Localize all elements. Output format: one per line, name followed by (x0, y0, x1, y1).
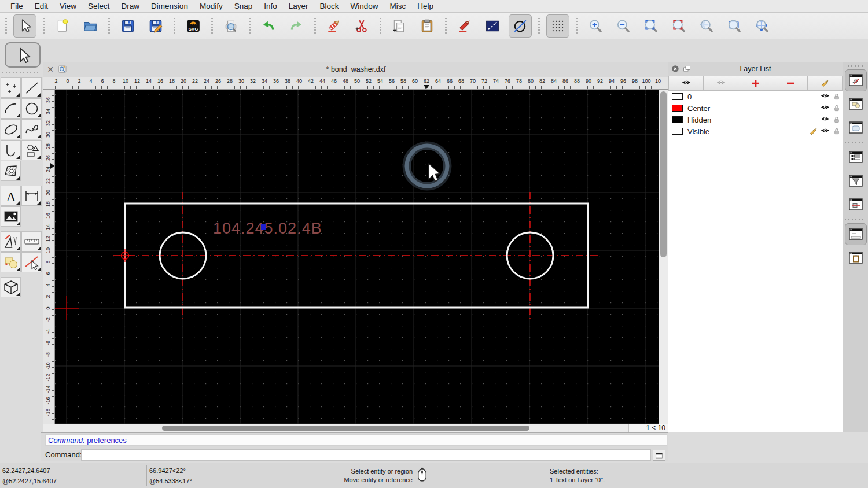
menu-dimension[interactable]: Dimension (145, 0, 194, 13)
menu-window[interactable]: Window (345, 0, 384, 13)
box3d-tool-button[interactable] (1, 277, 21, 297)
text-tool-button[interactable]: A (1, 186, 21, 206)
remove-layer-button[interactable] (773, 76, 808, 91)
hatch-tool-button[interactable] (1, 161, 21, 181)
modify-tool-button[interactable] (1, 231, 21, 252)
layer-list-dock-button[interactable] (845, 69, 867, 91)
clipboard-dock-button[interactable] (845, 247, 867, 269)
spline-tool-button[interactable] (21, 119, 42, 139)
layer-lock-icon[interactable] (831, 127, 843, 136)
menu-view[interactable]: View (54, 0, 82, 13)
menu-draw[interactable]: Draw (116, 0, 146, 13)
snap-indicator (119, 249, 131, 262)
dock-drag-handle[interactable] (848, 65, 863, 67)
grid-button[interactable] (546, 14, 569, 38)
open-button[interactable] (79, 14, 102, 38)
undo-button[interactable] (257, 14, 280, 38)
save-button[interactable] (116, 14, 139, 38)
explode-tool-button[interactable] (21, 252, 42, 272)
edit-layer-button[interactable] (808, 76, 843, 91)
vruler-label: 2 (45, 291, 52, 302)
selected-text[interactable]: 104.245.02.4B (213, 220, 322, 237)
library-browser-dock-button[interactable] (845, 117, 867, 139)
cad-canvas[interactable]: 104.245.02.4B (55, 90, 659, 424)
arc-tool-button[interactable] (1, 98, 21, 119)
print-preview-button[interactable] (219, 14, 242, 38)
block-list-dock-button[interactable] (845, 93, 867, 115)
layer-visibility-icon[interactable] (819, 126, 831, 136)
svg-export-button[interactable]: SVG (182, 14, 205, 38)
layer-row-hidden[interactable]: Hidden (668, 114, 843, 125)
new-button[interactable] (51, 14, 74, 38)
redo-button[interactable] (285, 14, 308, 38)
zoom-previous-button[interactable] (695, 14, 718, 38)
paste-icon (420, 19, 435, 34)
paste-button[interactable] (415, 14, 439, 38)
layer-row-center[interactable]: Center (668, 102, 843, 114)
construction-button[interactable] (509, 14, 532, 38)
select-button[interactable] (13, 14, 36, 38)
vruler-label: 16 (45, 210, 52, 221)
copy-button[interactable] (388, 14, 411, 38)
polygon-tool-button[interactable] (21, 140, 42, 160)
menu-info[interactable]: Info (258, 0, 283, 13)
origin-cross (55, 296, 79, 320)
zoom-window-button[interactable] (667, 14, 690, 38)
pen-palette-dock-button[interactable] (845, 194, 867, 216)
pen-button[interactable] (453, 14, 476, 38)
hide-all-layers-button[interactable] (704, 76, 738, 91)
zoom-out-button[interactable] (612, 14, 635, 38)
points-tool-button[interactable] (1, 77, 21, 98)
zoom-in-button[interactable] (584, 14, 607, 38)
layer-lock-icon[interactable] (831, 103, 843, 113)
layer-lock-icon[interactable] (831, 92, 843, 101)
print-preview-icon (223, 19, 238, 34)
dimension-tool-button[interactable] (21, 186, 42, 206)
command-line-dock-button[interactable] (845, 223, 867, 245)
layer-visibility-icon[interactable] (819, 103, 831, 113)
zoom-view-button[interactable] (723, 14, 746, 38)
select-tool-button[interactable] (5, 42, 41, 68)
menu-snap[interactable]: Snap (229, 0, 259, 13)
line-attributes-button[interactable] (481, 14, 504, 38)
vertical-scrollbar[interactable] (659, 90, 668, 424)
entity-list-dock-button[interactable] (845, 146, 867, 168)
layer-row-0[interactable]: 0 (668, 91, 843, 102)
layer-lock-icon[interactable] (831, 115, 843, 124)
image-tool-button[interactable] (1, 206, 21, 227)
ellipse-tool-button[interactable] (1, 119, 21, 139)
layer-row-visible[interactable]: Visible (668, 125, 843, 137)
menu-layer[interactable]: Layer (283, 0, 314, 13)
measure-tool-button[interactable] (21, 231, 42, 252)
command-input[interactable] (81, 449, 651, 461)
layer-visibility-icon[interactable] (819, 91, 831, 102)
vertical-scrollbar-thumb[interactable] (660, 91, 667, 257)
cut-button[interactable] (350, 14, 373, 38)
save-as-button[interactable] (144, 14, 167, 38)
selection-handle[interactable] (261, 224, 266, 230)
zoom-auto-button[interactable] (639, 14, 663, 38)
horizontal-scrollbar-thumb[interactable] (162, 426, 529, 431)
menu-modify[interactable]: Modify (194, 0, 229, 13)
circle-tool-button[interactable] (21, 98, 42, 119)
menu-edit[interactable]: Edit (29, 0, 54, 13)
menu-select[interactable]: Select (82, 0, 116, 13)
horizontal-scrollbar[interactable] (43, 424, 668, 432)
menu-help[interactable]: Help (411, 0, 439, 13)
layer-visibility-icon[interactable] (819, 114, 831, 125)
command-history: Command: preferences (45, 434, 667, 446)
menu-block[interactable]: Block (314, 0, 345, 13)
delete-button[interactable] (322, 14, 345, 38)
detach-command-icon[interactable] (653, 450, 665, 461)
polyline-tool-button[interactable] (1, 140, 21, 160)
menu-misc[interactable]: Misc (384, 0, 412, 13)
selection-filter-dock-button[interactable] (845, 170, 867, 192)
command-row: Command: (41, 448, 668, 462)
line-tool-button[interactable] (21, 77, 42, 98)
block-tool-button[interactable] (1, 252, 21, 272)
show-all-layers-button[interactable] (668, 76, 704, 91)
minus-icon (785, 78, 796, 88)
add-layer-button[interactable] (738, 76, 773, 91)
zoom-pan-button[interactable] (751, 14, 774, 38)
menu-file[interactable]: File (5, 0, 29, 13)
